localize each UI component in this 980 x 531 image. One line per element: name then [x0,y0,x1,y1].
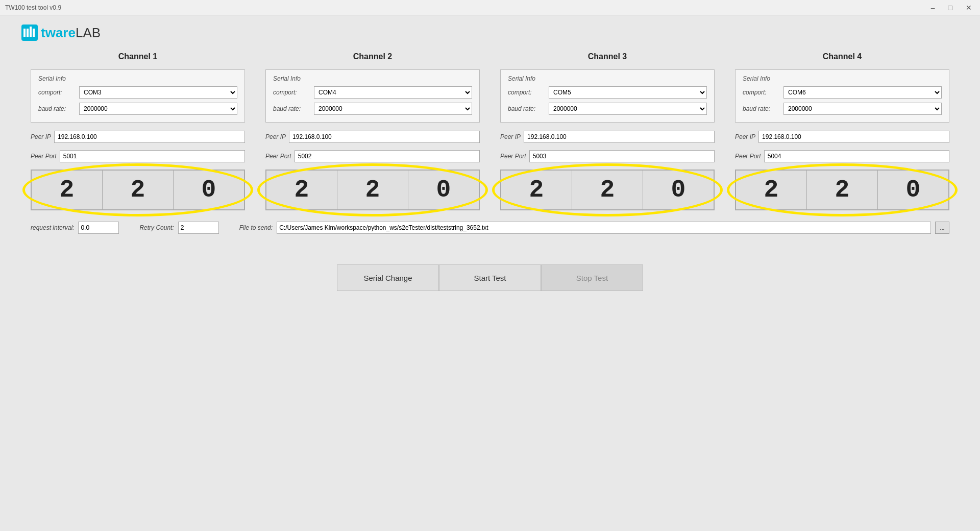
comport-row-1: comport: COM3COM4COM5COM6 [38,86,237,99]
comport-row-2: comport: COM3COM4COM5COM6 [273,86,472,99]
channel-1: Channel 1 Serial Info comport: COM3COM4C… [20,52,255,218]
logo-icon [20,23,39,42]
channels-row: Channel 1 Serial Info comport: COM3COM4C… [20,52,960,218]
lcd-wrapper-1: 220 [31,170,245,210]
peer-ip-input-1[interactable] [54,131,245,143]
svg-rect-3 [30,27,32,37]
comport-label-4: comport: [743,89,779,96]
comport-row-4: comport: COM3COM4COM5COM6 [743,86,942,99]
baud-row-2: baud rate: 20000001152009600 [273,103,472,115]
lcd-digit-4-3: 0 [878,171,948,209]
main-content: Channel 1 Serial Info comport: COM3COM4C… [0,47,980,301]
peer-port-row-2: Peer Port [265,150,480,162]
baud-select-2[interactable]: 20000001152009600 [314,103,472,115]
channel-title-4: Channel 4 [735,52,949,61]
file-to-send-label: File to send: [239,224,273,231]
peer-ip-input-4[interactable] [758,131,949,143]
retry-count-input[interactable] [178,222,219,234]
baud-row-3: baud rate: 20000001152009600 [508,103,707,115]
peer-ip-label-1: Peer IP [31,133,51,140]
lcd-digit-2-3: 0 [408,171,479,209]
peer-port-input-3[interactable] [529,150,715,162]
baud-select-1[interactable]: 20000001152009600 [79,103,237,115]
serial-info-box-2: Serial Info comport: COM3COM4COM5COM6 ba… [265,69,480,123]
channel-3: Channel 3 Serial Info comport: COM3COM4C… [490,52,725,218]
serial-info-box-1: Serial Info comport: COM3COM4COM5COM6 ba… [31,69,245,123]
peer-ip-input-2[interactable] [289,131,480,143]
serial-info-label-1: Serial Info [38,75,237,82]
channel-4: Channel 4 Serial Info comport: COM3COM4C… [725,52,960,218]
comport-select-3[interactable]: COM3COM4COM5COM6 [549,86,707,99]
title-bar: TW100 test tool v0.9 – □ ✕ [0,0,980,15]
comport-row-3: comport: COM3COM4COM5COM6 [508,86,707,99]
lcd-wrapper-2: 220 [265,170,480,210]
maximize-button[interactable]: □ [945,3,955,13]
lcd-wrapper-4: 220 [735,170,949,210]
serial-info-box-3: Serial Info comport: COM3COM4COM5COM6 ba… [500,69,715,123]
serial-info-label-3: Serial Info [508,75,707,82]
start-test-button[interactable]: Start Test [439,264,541,291]
peer-ip-row-4: Peer IP [735,131,949,143]
serial-info-label-4: Serial Info [743,75,942,82]
lcd-digit-4-1: 2 [736,171,807,209]
peer-port-row-3: Peer Port [500,150,715,162]
serial-info-box-4: Serial Info comport: COM3COM4COM5COM6 ba… [735,69,949,123]
lcd-digit-3-2: 2 [572,171,643,209]
minimize-button[interactable]: – [928,3,938,13]
file-browse-button[interactable]: ... [935,222,949,234]
baud-label-4: baud rate: [743,105,779,112]
peer-port-label-1: Peer Port [31,153,57,160]
channel-2: Channel 2 Serial Info comport: COM3COM4C… [255,52,490,218]
serial-info-label-2: Serial Info [273,75,472,82]
peer-port-input-4[interactable] [764,150,949,162]
peer-ip-label-2: Peer IP [265,133,286,140]
lcd-digit-3-1: 2 [501,171,572,209]
lcd-digit-2-1: 2 [266,171,337,209]
baud-label-3: baud rate: [508,105,545,112]
baud-select-3[interactable]: 20000001152009600 [549,103,707,115]
app-title: TW100 test tool v0.9 [5,4,61,11]
stop-test-button[interactable]: Stop Test [541,264,643,291]
lcd-digit-1-1: 2 [32,171,103,209]
comport-select-4[interactable]: COM3COM4COM5COM6 [783,86,942,99]
request-interval-control: request interval: [31,222,119,234]
comport-select-2[interactable]: COM3COM4COM5COM6 [314,86,472,99]
global-controls-row: request interval: Retry Count: File to s… [20,222,960,234]
close-button[interactable]: ✕ [963,3,975,13]
peer-ip-label-4: Peer IP [735,133,755,140]
peer-port-input-1[interactable] [60,150,245,162]
baud-label-1: baud rate: [38,105,75,112]
channel-title-1: Channel 1 [31,52,245,61]
svg-rect-4 [33,29,35,37]
logo-tware: tware [41,25,76,40]
comport-select-1[interactable]: COM3COM4COM5COM6 [79,86,237,99]
peer-port-label-3: Peer Port [500,153,526,160]
file-to-send-input[interactable] [277,222,931,234]
lcd-display-4: 220 [735,170,949,210]
comport-label-3: comport: [508,89,545,96]
title-bar-controls: – □ ✕ [928,3,975,13]
logo-area: twareLAB [0,15,980,47]
peer-port-input-2[interactable] [295,150,480,162]
request-interval-label: request interval: [31,224,74,231]
lcd-display-3: 220 [500,170,715,210]
lcd-digit-1-3: 0 [174,171,244,209]
request-interval-input[interactable] [78,222,119,234]
baud-select-4[interactable]: 20000001152009600 [783,103,942,115]
channel-title-3: Channel 3 [500,52,715,61]
file-to-send-control: File to send: ... [239,222,949,234]
lcd-digit-2-2: 2 [337,171,408,209]
peer-port-row-4: Peer Port [735,150,949,162]
peer-ip-input-3[interactable] [524,131,715,143]
channel-title-2: Channel 2 [265,52,480,61]
serial-change-button[interactable]: Serial Change [337,264,439,291]
lcd-display-1: 220 [31,170,245,210]
retry-count-label: Retry Count: [139,224,174,231]
svg-rect-2 [27,29,29,37]
retry-count-control: Retry Count: [139,222,218,234]
peer-ip-row-3: Peer IP [500,131,715,143]
bottom-buttons: Serial Change Start Test Stop Test [20,264,960,291]
lcd-digit-3-3: 0 [643,171,714,209]
logo-lab: LAB [76,25,101,40]
lcd-display-2: 220 [265,170,480,210]
